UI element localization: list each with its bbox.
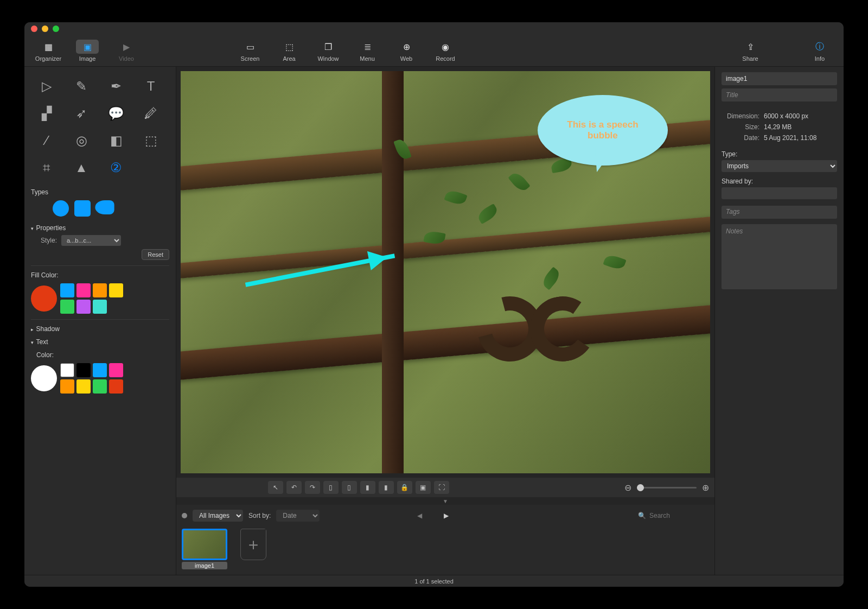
crop-tool[interactable]: ⌗: [31, 156, 62, 180]
editor-area: This is a speech bubble ↖↶↷▯▯▮▮🔒▣⛶ ⊖ ⊕ ▼…: [176, 67, 714, 575]
filename-field[interactable]: [722, 72, 837, 85]
ctrl-layer-back-button[interactable]: ▯: [323, 481, 339, 494]
zoom-in-icon[interactable]: ⊕: [702, 483, 709, 493]
date-label: Date:: [722, 134, 764, 142]
ctrl-layer-back2-button[interactable]: ▯: [342, 481, 357, 494]
ctrl-layer-front2-button[interactable]: ▮: [379, 481, 394, 494]
text-swatch-5[interactable]: [76, 379, 91, 394]
title-field[interactable]: [722, 88, 837, 101]
text-swatch-0[interactable]: [60, 363, 74, 377]
fill-swatch-0[interactable]: [60, 283, 74, 297]
sort-select[interactable]: Date: [276, 510, 320, 522]
zoom-icon[interactable]: [53, 26, 59, 32]
line-tool[interactable]: ∕: [31, 129, 62, 153]
shapes-tool[interactable]: ▞: [31, 101, 62, 125]
speech-bubble-annotation[interactable]: This is a speech bubble: [538, 95, 668, 166]
select-tool[interactable]: ▷: [31, 74, 62, 98]
prev-image-icon[interactable]: ◀: [417, 512, 422, 519]
ctrl-fit-button[interactable]: ▣: [416, 481, 431, 494]
search-input[interactable]: [649, 512, 709, 519]
text-swatch-7[interactable]: [109, 379, 123, 394]
filter-select[interactable]: All Images: [193, 510, 243, 522]
share-button[interactable]: ⇪Share: [732, 37, 769, 65]
organizer-label: Organizer: [35, 55, 61, 62]
speech-tool-icon: 💬: [108, 106, 124, 121]
titlebar: [24, 22, 844, 35]
pencil-tool-icon: ✎: [76, 79, 87, 94]
add-image-button[interactable]: ＋: [240, 529, 266, 560]
style-select[interactable]: a...b...c...: [61, 235, 121, 246]
main-area: ▷✎✒T▞➶💬🖉∕◎◧⬚⌗▲② Types Properties Style: …: [24, 67, 844, 575]
video-label: Video: [119, 55, 134, 62]
web-button[interactable]: ⊕Web: [388, 37, 425, 65]
marquee-tool[interactable]: ⬚: [135, 129, 167, 153]
type-pointer[interactable]: [95, 200, 114, 214]
ctrl-redo-button[interactable]: ↷: [305, 481, 320, 494]
close-icon[interactable]: [31, 26, 37, 32]
next-image-icon[interactable]: ▶: [444, 512, 449, 519]
text-swatch-6[interactable]: [93, 379, 107, 394]
shadow-disclosure[interactable]: Shadow: [31, 325, 169, 333]
dimension-label: Dimension:: [722, 112, 764, 120]
text-disclosure[interactable]: Text: [31, 338, 169, 346]
area-label: Area: [283, 55, 295, 62]
text-tool[interactable]: T: [135, 74, 167, 98]
fill-current-swatch[interactable]: [31, 286, 57, 312]
window-button[interactable]: ❐Window: [310, 37, 347, 65]
reset-button[interactable]: Reset: [142, 249, 169, 260]
pen-tool[interactable]: ✒: [100, 74, 132, 98]
ctrl-layer-front-button[interactable]: ▮: [360, 481, 375, 494]
fill-swatch-6[interactable]: [93, 300, 107, 314]
properties-disclosure[interactable]: Properties: [31, 224, 169, 232]
minimize-icon[interactable]: [42, 26, 48, 32]
fill-swatch-4[interactable]: [60, 300, 74, 314]
eraser-tool[interactable]: ◧: [100, 129, 132, 153]
ctrl-pointer-button[interactable]: ↖: [268, 481, 283, 494]
type-select[interactable]: Imports: [722, 160, 837, 172]
highlighter-tool[interactable]: 🖉: [135, 101, 167, 125]
pencil-tool[interactable]: ✎: [66, 74, 97, 98]
tags-field[interactable]: Tags: [722, 206, 837, 219]
text-swatch-3[interactable]: [109, 363, 123, 377]
number-tool[interactable]: ②: [100, 156, 132, 180]
screen-button[interactable]: ▭Screen: [232, 37, 269, 65]
blur-tool[interactable]: ◎: [66, 129, 97, 153]
thumbnail-image1[interactable]: image1: [182, 529, 227, 569]
cone-tool[interactable]: ▲: [66, 156, 97, 180]
zoom-slider[interactable]: [637, 487, 697, 489]
ctrl-fullscreen-button[interactable]: ⛶: [434, 481, 449, 494]
status-bar: 1 of 1 selected: [24, 575, 844, 587]
speech-tool[interactable]: 💬: [100, 101, 132, 125]
info-button[interactable]: ⓘInfo: [801, 37, 838, 65]
fill-swatch-5[interactable]: [76, 300, 91, 314]
fill-swatch-2[interactable]: [93, 283, 107, 297]
zoom-out-icon[interactable]: ⊖: [624, 483, 631, 493]
share-label: Share: [742, 55, 758, 62]
notes-field[interactable]: Notes: [722, 224, 837, 289]
pointer-icon: ↖: [273, 484, 278, 491]
arrow-tool[interactable]: ➶: [66, 101, 97, 125]
record-label: Record: [436, 55, 455, 62]
menu-label: Menu: [360, 55, 375, 62]
canvas[interactable]: This is a speech bubble: [181, 71, 710, 473]
zoom-control: ⊖ ⊕: [624, 483, 709, 493]
shared-by-field[interactable]: [722, 187, 837, 199]
filter-dot-icon[interactable]: [182, 513, 187, 518]
fill-swatch-3[interactable]: [109, 283, 123, 297]
text-current-swatch[interactable]: [31, 365, 57, 391]
ctrl-undo-button[interactable]: ↶: [286, 481, 302, 494]
area-button[interactable]: ⬚Area: [271, 37, 308, 65]
record-button[interactable]: ◉Record: [427, 37, 464, 65]
image-button[interactable]: ▣Image: [69, 37, 106, 65]
ctrl-lock-button[interactable]: 🔒: [397, 481, 412, 494]
text-swatch-4[interactable]: [60, 379, 74, 394]
cone-tool-icon: ▲: [75, 160, 88, 175]
type-circle[interactable]: [53, 200, 69, 217]
fill-swatch-1[interactable]: [76, 283, 91, 297]
text-swatch-2[interactable]: [93, 363, 107, 377]
pane-divider[interactable]: ▼: [176, 497, 714, 505]
organizer-button[interactable]: ▦Organizer: [30, 37, 67, 65]
menu-button[interactable]: ≣Menu: [349, 37, 386, 65]
text-swatch-1[interactable]: [76, 363, 91, 377]
type-rounded-square[interactable]: [74, 200, 91, 217]
